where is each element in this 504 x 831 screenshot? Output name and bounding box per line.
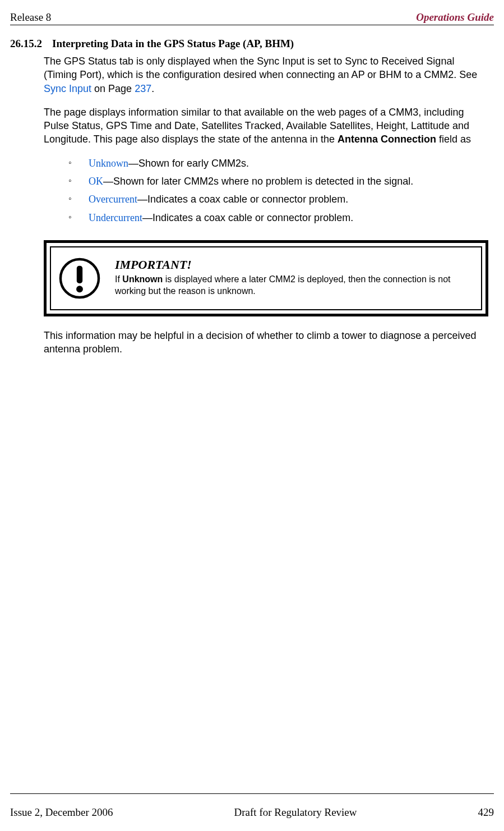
closing-paragraph: This information may be helpful in a dec… <box>44 329 488 356</box>
antenna-connection-label: Antenna Connection <box>337 134 436 145</box>
section-number: 26.15.2 <box>10 38 42 50</box>
callout-body-a: If <box>115 274 122 284</box>
term-desc: —Indicates a coax cable or connector pro… <box>137 194 348 205</box>
callout-body-bold: Unknown <box>122 274 163 284</box>
term-overcurrent: Overcurrent <box>89 194 137 205</box>
term-desc: —Shown for early CMM2s. <box>128 158 249 169</box>
page-header: Release 8 Operations Guide <box>10 11 494 24</box>
term-unknown: Unknown <box>89 158 128 169</box>
definition-list: Unknown—Shown for early CMM2s. OK—Shown … <box>68 157 488 224</box>
para1-text-b: on Page <box>91 83 135 94</box>
term-desc: —Indicates a coax cable or connector pro… <box>142 212 353 223</box>
body: The GPS Status tab is only displayed whe… <box>44 54 488 356</box>
intro-paragraph-2: The page displays information similar to… <box>44 105 488 146</box>
callout-inner: IMPORTANT! If Unknown is displayed where… <box>50 246 482 310</box>
header-release: Release 8 <box>10 11 51 24</box>
page-footer: Issue 2, December 2006 Draft for Regulat… <box>10 793 494 819</box>
term-desc: —Shown for later CMM2s where no problem … <box>103 176 413 187</box>
footer-rule <box>10 793 494 794</box>
important-callout: IMPORTANT! If Unknown is displayed where… <box>44 240 488 316</box>
header-rule <box>10 25 494 25</box>
list-item: Undercurrent—Indicates a coax cable or c… <box>68 211 488 224</box>
page-ref-link[interactable]: 237 <box>135 83 151 94</box>
term-ok: OK <box>89 176 103 187</box>
exclamation-icon <box>59 258 100 299</box>
footer-issue: Issue 2, December 2006 <box>10 806 113 819</box>
callout-title: IMPORTANT! <box>115 258 473 272</box>
svg-rect-1 <box>77 266 82 283</box>
footer-draft-label: Draft for Regulatory Review <box>113 806 478 819</box>
svg-point-2 <box>76 286 83 292</box>
header-guide-title: Operations Guide <box>416 11 494 24</box>
footer-line: Issue 2, December 2006 Draft for Regulat… <box>10 806 494 819</box>
intro-paragraph-1: The GPS Status tab is only displayed whe… <box>44 54 488 95</box>
list-item: Overcurrent—Indicates a coax cable or co… <box>68 192 488 206</box>
section-title: Interpreting Data in the GPS Status Page… <box>52 38 294 50</box>
callout-body: If Unknown is displayed where a later CM… <box>115 274 473 297</box>
section-heading: 26.15.2 Interpreting Data in the GPS Sta… <box>10 38 494 50</box>
callout-text: IMPORTANT! If Unknown is displayed where… <box>115 258 473 297</box>
para2-text-b: field as <box>436 134 471 145</box>
list-item: Unknown—Shown for early CMM2s. <box>68 157 488 170</box>
term-undercurrent: Undercurrent <box>89 212 142 223</box>
sync-input-link[interactable]: Sync Input <box>44 83 91 94</box>
para1-text-c: . <box>151 83 154 94</box>
list-item: OK—Shown for later CMM2s where no proble… <box>68 175 488 188</box>
para1-text-a: The GPS Status tab is only displayed whe… <box>44 56 477 80</box>
footer-page-number: 429 <box>478 806 494 819</box>
callout-body-b: is displayed where a later CMM2 is deplo… <box>115 274 451 296</box>
